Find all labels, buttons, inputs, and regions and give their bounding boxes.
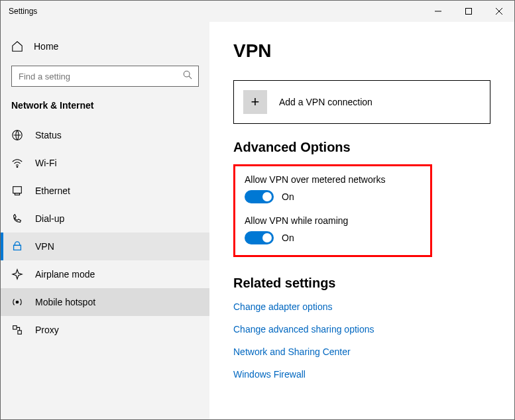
search-wrap <box>11 66 199 87</box>
svg-line-5 <box>189 76 192 79</box>
sidebar-item-hotspot[interactable]: Mobile hotspot <box>1 288 209 316</box>
close-button[interactable] <box>484 1 514 22</box>
ethernet-icon <box>11 185 23 197</box>
sidebar-item-proxy[interactable]: Proxy <box>1 316 209 344</box>
toggle1-state: On <box>282 191 294 202</box>
page-title: VPN <box>233 40 490 62</box>
minimize-button[interactable] <box>423 1 453 22</box>
home-label: Home <box>34 41 58 52</box>
window-controls <box>423 1 514 22</box>
svg-point-7 <box>17 166 18 168</box>
related-settings-heading: Related settings <box>233 276 490 291</box>
svg-point-10 <box>16 301 19 303</box>
nav-label: Airplane mode <box>35 269 95 280</box>
svg-rect-8 <box>13 187 22 193</box>
link-sharing-options[interactable]: Change advanced sharing options <box>233 324 490 335</box>
toggle2-label: Allow VPN while roaming <box>245 215 421 226</box>
toggle-roaming[interactable] <box>245 231 274 244</box>
toggle2-row: On <box>245 231 421 244</box>
highlight-box: Allow VPN over metered networks On Allow… <box>233 164 432 257</box>
dialup-icon <box>11 213 23 225</box>
nav-label: VPN <box>35 241 54 252</box>
vpn-icon <box>11 240 23 252</box>
search-icon <box>183 70 192 82</box>
search-input[interactable] <box>11 66 199 87</box>
advanced-options-heading: Advanced Options <box>233 140 490 155</box>
sidebar-item-airplane[interactable]: Airplane mode <box>1 260 209 288</box>
hotspot-icon <box>11 296 23 308</box>
link-network-center[interactable]: Network and Sharing Center <box>233 346 490 357</box>
nav-label: Wi-Fi <box>35 158 57 168</box>
home-button[interactable]: Home <box>1 35 209 58</box>
sidebar-item-dialup[interactable]: Dial-up <box>1 205 209 233</box>
plus-icon: + <box>243 90 267 114</box>
content-area: VPN + Add a VPN connection Advanced Opti… <box>209 22 514 419</box>
nav-label: Dial-up <box>35 213 64 224</box>
svg-rect-12 <box>18 331 21 334</box>
svg-rect-1 <box>466 9 472 15</box>
maximize-button[interactable] <box>453 1 484 22</box>
home-icon <box>11 40 23 52</box>
airplane-icon <box>11 268 23 280</box>
toggle1-label: Allow VPN over metered networks <box>245 174 421 185</box>
svg-rect-9 <box>15 193 19 195</box>
window-title: Settings <box>9 7 423 16</box>
sidebar-item-wifi[interactable]: Wi-Fi <box>1 149 209 177</box>
nav-label: Proxy <box>35 325 59 335</box>
titlebar: Settings <box>1 1 514 22</box>
sidebar: Home Network & Internet Status Wi-Fi Eth… <box>1 22 209 419</box>
toggle2-state: On <box>282 233 294 243</box>
link-windows-firewall[interactable]: Windows Firewall <box>233 369 490 380</box>
sidebar-item-vpn[interactable]: VPN <box>1 233 209 260</box>
add-vpn-label: Add a VPN connection <box>279 97 372 107</box>
sidebar-item-status[interactable]: Status <box>1 121 209 149</box>
toggle1-row: On <box>245 190 421 203</box>
svg-rect-11 <box>13 326 17 329</box>
nav-label: Mobile hotspot <box>35 297 95 307</box>
nav-list: Status Wi-Fi Ethernet Dial-up VPN Airpla… <box>1 121 209 344</box>
toggle-metered[interactable] <box>245 190 274 203</box>
sidebar-heading: Network & Internet <box>1 100 209 121</box>
proxy-icon <box>11 324 23 336</box>
nav-label: Ethernet <box>35 185 70 196</box>
sidebar-item-ethernet[interactable]: Ethernet <box>1 177 209 205</box>
nav-label: Status <box>35 130 62 140</box>
add-vpn-button[interactable]: + Add a VPN connection <box>233 80 490 124</box>
link-adapter-options[interactable]: Change adapter options <box>233 301 490 312</box>
wifi-icon <box>11 157 23 169</box>
svg-point-4 <box>184 71 190 77</box>
status-icon <box>11 129 23 141</box>
